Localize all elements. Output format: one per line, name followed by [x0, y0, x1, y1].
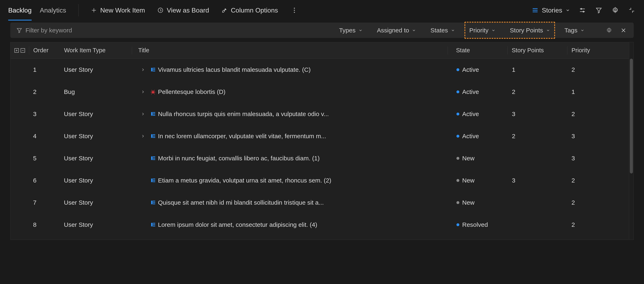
column-header-state[interactable]: State [448, 47, 508, 54]
filter-tags-dropdown[interactable]: Tags [562, 26, 586, 35]
column-header-order[interactable]: Order [29, 47, 64, 54]
table-row[interactable]: 8User StoryLorem ipsum dolor sit amet, c… [10, 214, 629, 236]
svg-point-4 [294, 10, 295, 11]
title-text: Pellentesque lobortis (D) [158, 88, 226, 95]
cell-state: Active [448, 133, 508, 140]
table-row[interactable]: 2BugPellentesque lobortis (D)Active21 [10, 81, 629, 103]
title-text: In nec lorem ullamcorper, vulputate veli… [158, 133, 326, 140]
collapse-all-icon [20, 48, 26, 53]
cell-title[interactable]: Lorem ipsum dolor sit amet, consectetur … [132, 221, 448, 228]
svg-point-2 [158, 8, 163, 13]
title-text: Quisque sit amet nibh id mi blandit soll… [158, 199, 324, 206]
filter-types-dropdown[interactable]: Types [337, 26, 365, 35]
arrow-circle-icon [157, 7, 164, 13]
cell-order: 2 [29, 88, 64, 95]
state-dot-icon [456, 223, 459, 226]
column-header-priority[interactable]: Priority [568, 47, 629, 54]
tab-group: Backlog Analytics [8, 0, 78, 20]
cell-order: 3 [29, 111, 64, 118]
filter-settings-button[interactable] [605, 26, 613, 34]
expand-chevron-icon[interactable] [138, 90, 148, 94]
title-text: Morbi in nunc feugiat, convallis libero … [158, 155, 320, 162]
column-header-story-points[interactable]: Story Points [508, 47, 567, 54]
more-actions-button[interactable] [290, 6, 298, 14]
cell-priority: 2 [568, 221, 629, 228]
table-row[interactable]: 6User StoryEtiam a metus gravida, volutp… [10, 169, 629, 191]
svg-point-24 [152, 91, 154, 94]
cell-story-points: 2 [508, 133, 568, 140]
bug-icon [150, 89, 156, 95]
column-options-button[interactable]: Column Options [222, 6, 278, 14]
view-options-button[interactable] [578, 6, 586, 14]
expand-chevron-icon[interactable] [138, 134, 148, 139]
filter-assigned-to-dropdown[interactable]: Assigned to [375, 26, 418, 35]
cell-state: Active [448, 88, 508, 95]
scroll-thumb[interactable] [630, 59, 633, 173]
table-row[interactable]: 4User StoryIn nec lorem ullamcorper, vul… [10, 125, 629, 147]
cell-story-points: 3 [508, 177, 568, 184]
cell-title[interactable]: Pellentesque lobortis (D) [132, 88, 448, 95]
table-row[interactable]: 3User StoryNulla rhoncus turpis quis eni… [10, 103, 629, 125]
chevron-down-icon [491, 28, 496, 32]
cell-order: 8 [29, 221, 64, 228]
title-text: Vivamus ultricies lacus blandit malesuad… [158, 66, 310, 73]
cell-title[interactable]: Vivamus ultricies lacus blandit malesuad… [132, 66, 448, 73]
cell-priority: 2 [568, 177, 629, 184]
expand-chevron-icon[interactable] [138, 67, 148, 72]
filter-states-dropdown[interactable]: States [428, 26, 457, 35]
filter-story-points-dropdown[interactable]: Story Points [508, 26, 552, 35]
cell-story-points: 2 [508, 88, 568, 95]
expand-collapse-all[interactable] [10, 48, 29, 53]
filter-toggle-button[interactable] [595, 6, 603, 14]
button-label: New Work Item [100, 6, 145, 14]
state-dot-icon [456, 113, 459, 116]
cell-title[interactable]: Etiam a metus gravida, volutpat urna sit… [132, 177, 448, 184]
svg-point-26 [153, 91, 154, 92]
expand-all-icon [14, 48, 19, 53]
state-dot-icon [456, 201, 459, 204]
cell-work-item-type: User Story [64, 66, 132, 73]
filter-priority-dropdown[interactable]: Priority [467, 26, 498, 35]
filter-icon [596, 7, 602, 13]
close-filter-button[interactable] [619, 26, 628, 34]
new-work-item-button[interactable]: New Work Item [91, 6, 145, 14]
vertical-scrollbar[interactable] [629, 42, 634, 240]
tab-backlog[interactable]: Backlog [8, 0, 32, 20]
user-story-icon [150, 178, 156, 183]
backlog-grid: Order Work Item Type Title State Story P… [10, 42, 634, 240]
cell-order: 7 [29, 199, 64, 206]
column-header-type[interactable]: Work Item Type [64, 47, 132, 54]
tab-analytics[interactable]: Analytics [40, 0, 66, 20]
cell-title[interactable]: In nec lorem ullamcorper, vulputate veli… [132, 133, 448, 140]
table-row[interactable]: 7User StoryQuisque sit amet nibh id mi b… [10, 191, 629, 214]
state-dot-icon [456, 90, 459, 93]
column-header-title[interactable]: Title [132, 47, 448, 54]
more-vertical-icon [294, 7, 295, 13]
cell-title[interactable]: Morbi in nunc feugiat, convallis libero … [132, 155, 448, 162]
dropdown-label: Priority [470, 27, 488, 34]
dropdown-label: Story Points [510, 27, 543, 34]
chevron-down-icon [451, 28, 455, 32]
expand-chevron-icon[interactable] [138, 112, 148, 116]
gear-icon [612, 7, 618, 13]
chevron-down-icon [566, 8, 570, 12]
cell-state: New [448, 155, 508, 162]
cell-title[interactable]: Quisque sit amet nibh id mi blandit soll… [132, 199, 448, 206]
cell-title[interactable]: Nulla rhoncus turpis quis enim malesuada… [132, 111, 448, 118]
cell-order: 1 [29, 66, 64, 73]
view-as-board-button[interactable]: View as Board [157, 6, 209, 14]
toolbar: Backlog Analytics New Work Item View as … [0, 0, 644, 20]
title-text: Lorem ipsum dolor sit amet, consectetur … [158, 221, 317, 228]
cell-work-item-type: User Story [64, 155, 132, 162]
table-row[interactable]: 1User StoryVivamus ultricies lacus bland… [10, 59, 629, 81]
fullscreen-exit-button[interactable] [628, 6, 636, 14]
fullscreen-exit-icon [628, 7, 635, 13]
filter-keyword-input[interactable] [26, 27, 128, 34]
table-row[interactable]: 5User StoryMorbi in nunc feugiat, conval… [10, 147, 629, 169]
backlog-level-selector[interactable]: Stories [532, 6, 570, 14]
cell-priority: 2 [568, 111, 629, 118]
title-text: Etiam a metus gravida, volutpat urna sit… [158, 177, 331, 184]
settings-button[interactable] [611, 6, 619, 14]
cell-priority: 2 [568, 199, 629, 206]
dropdown-label: Assigned to [377, 27, 409, 34]
